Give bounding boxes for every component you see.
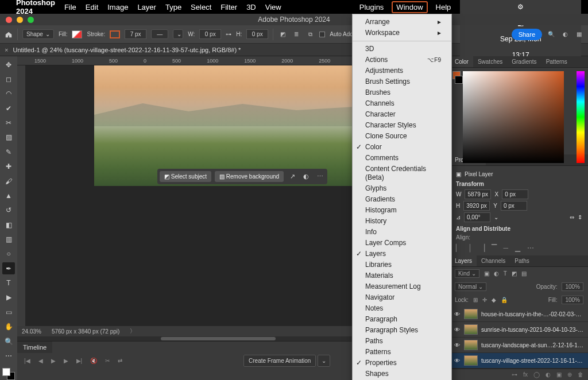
remove-background-button[interactable]: ▧ Remove background	[215, 171, 284, 182]
align-right-icon[interactable]: ▕	[479, 244, 485, 252]
menu-item-3d[interactable]: 3D	[353, 44, 451, 55]
eyedropper-tool[interactable]: ✎	[2, 146, 15, 158]
crop-tool[interactable]: ✂	[2, 117, 15, 129]
menu-item-character-styles[interactable]: Character Styles	[353, 120, 451, 131]
heal-tool[interactable]: ✚	[2, 161, 15, 173]
tl-split-icon[interactable]: ✂	[105, 358, 110, 364]
path-align-icon[interactable]: ≣	[292, 30, 301, 39]
align-bottom-icon[interactable]: ▁	[515, 244, 520, 252]
doc-info[interactable]: 5760 px x 3840 px (72 ppi)	[52, 328, 119, 335]
menu-item-brushes[interactable]: Brushes	[353, 87, 451, 98]
menu-item-content-credentials-beta-[interactable]: Content Credentials (Beta)	[353, 164, 451, 183]
ctx-more-icon[interactable]: ⋯	[315, 172, 325, 182]
flip-v-icon[interactable]: ⇕	[578, 214, 582, 220]
gradient-tool[interactable]: ▥	[2, 233, 15, 245]
prop-w-input[interactable]: 5879 px	[465, 189, 491, 199]
menu-item-character[interactable]: Character	[353, 109, 451, 120]
blur-tool[interactable]: ○	[2, 248, 15, 260]
menu-item-comments[interactable]: Comments	[353, 153, 451, 164]
menu-item-navigator[interactable]: Navigator	[353, 292, 451, 303]
window-close[interactable]	[6, 17, 12, 23]
visibility-icon[interactable]: 👁	[454, 342, 461, 348]
create-frame-animation-button[interactable]: Create Frame Animation	[243, 355, 316, 367]
filter-shape-icon[interactable]: ◩	[512, 270, 517, 277]
window-zoom[interactable]	[28, 17, 34, 23]
menu-item-info[interactable]: Info	[353, 227, 451, 238]
prop-h-input[interactable]: 3920 px	[463, 201, 490, 211]
menu-item-paragraph-styles[interactable]: Paragraph Styles	[353, 325, 451, 336]
align-center-v-icon[interactable]: ─	[504, 244, 509, 252]
menu-item-libraries[interactable]: Libraries	[353, 259, 451, 270]
ctx-transform-icon[interactable]: ↗	[287, 172, 297, 182]
history-brush-tool[interactable]: ↺	[2, 204, 15, 216]
share-button[interactable]: Share	[512, 29, 542, 40]
close-tab-icon[interactable]: ×	[5, 46, 8, 53]
menu-filter[interactable]: Filter	[220, 3, 237, 11]
visibility-icon[interactable]: 👁	[454, 311, 461, 317]
tab-paths[interactable]: Paths	[510, 255, 534, 266]
auto-add-checkbox[interactable]	[319, 32, 325, 37]
height-input[interactable]: 0 px	[246, 29, 268, 39]
search-icon[interactable]: 🔍	[547, 30, 556, 39]
menu-item-properties[interactable]: ✓Properties	[353, 358, 451, 369]
brush-tool[interactable]: 🖌	[2, 175, 15, 187]
quick-select-tool[interactable]: ✔	[2, 102, 15, 114]
document-tab-title[interactable]: Untitled-1 @ 24% (tuscany-village-street…	[13, 46, 241, 53]
workspace-icon[interactable]: ▦	[574, 30, 583, 39]
menu-image[interactable]: Image	[107, 3, 128, 11]
color-picker-sv[interactable]	[463, 71, 564, 163]
zoom-tool[interactable]: 🔍	[2, 335, 15, 347]
tab-swatches[interactable]: Swatches	[473, 56, 507, 67]
blend-mode-select[interactable]: Normal ⌄	[455, 282, 486, 291]
link-layers-icon[interactable]: ⊶	[512, 371, 517, 378]
visibility-icon[interactable]: 👁	[454, 358, 461, 364]
lasso-tool[interactable]: ◠	[2, 88, 15, 100]
menu-item-shapes[interactable]: Shapes	[353, 369, 451, 379]
tl-audio-icon[interactable]: 🔇	[90, 358, 97, 364]
tl-prev-frame[interactable]: ◀	[38, 358, 43, 364]
eraser-tool[interactable]: ◧	[2, 219, 15, 231]
menu-item-paragraph[interactable]: Paragraph	[353, 314, 451, 325]
tab-channels[interactable]: Channels	[477, 255, 510, 266]
align-left-icon[interactable]: ▏	[456, 244, 461, 252]
tl-play[interactable]: ▶	[51, 358, 56, 364]
new-layer-icon[interactable]: ⊕	[567, 371, 572, 378]
select-subject-button[interactable]: ◩ Select subject	[160, 171, 211, 182]
frame-tool[interactable]: ▨	[2, 131, 15, 144]
tab-layers[interactable]: Layers	[450, 255, 477, 266]
menu-item-measurement-log[interactable]: Measurement Log	[353, 281, 451, 292]
align-more-icon[interactable]: ⋯	[527, 244, 534, 252]
path-ops-icon[interactable]: ◩	[278, 30, 287, 39]
layer-row[interactable]: 👁house-in-tuscany-in-the-…-02-02-03-48-1…	[450, 307, 588, 322]
filter-adjust-icon[interactable]: ◐	[494, 270, 499, 277]
zoom-level[interactable]: 24.03%	[22, 328, 41, 335]
tab-color[interactable]: Color	[450, 56, 473, 67]
stroke-type-select[interactable]: —	[151, 29, 168, 39]
hand-tool[interactable]: ✋	[2, 320, 15, 332]
opacity-input[interactable]: 100%	[562, 282, 583, 291]
control-center-icon[interactable]: ⚙	[517, 3, 524, 11]
tab-gradients[interactable]: Gradients	[507, 56, 541, 67]
tl-transition-icon[interactable]: ⇄	[118, 358, 122, 364]
marquee-tool[interactable]: ◻	[2, 73, 15, 85]
delete-layer-icon[interactable]: 🗑	[578, 371, 583, 378]
menu-3d[interactable]: 3D	[246, 3, 256, 11]
menu-item-layers[interactable]: ✓Layers	[353, 249, 451, 259]
lock-all-icon[interactable]: ⊞	[473, 297, 478, 303]
align-center-h-icon[interactable]: │	[468, 244, 473, 252]
help-icon[interactable]: ◐	[560, 30, 570, 39]
tl-last-frame[interactable]: ▶|	[76, 358, 83, 364]
menu-item-layer-comps[interactable]: Layer Comps	[353, 238, 451, 249]
home-icon[interactable]	[5, 30, 13, 38]
menu-item-gradients[interactable]: Gradients	[353, 194, 451, 205]
timeline-tab[interactable]: Timeline	[17, 342, 52, 353]
prop-x-input[interactable]: 0 px	[502, 189, 528, 199]
adjustment-layer-icon[interactable]: ◐	[546, 371, 551, 378]
menu-item-histogram[interactable]: Histogram	[353, 205, 451, 216]
layer-mask-icon[interactable]: ◯	[533, 371, 540, 378]
flip-h-icon[interactable]: ⇔	[570, 214, 574, 220]
menu-window[interactable]: Window	[392, 1, 427, 13]
menu-item-arrange[interactable]: Arrange▸	[353, 17, 451, 28]
menu-help[interactable]: Help	[436, 3, 451, 11]
shape-tool[interactable]: ▭	[2, 306, 15, 318]
